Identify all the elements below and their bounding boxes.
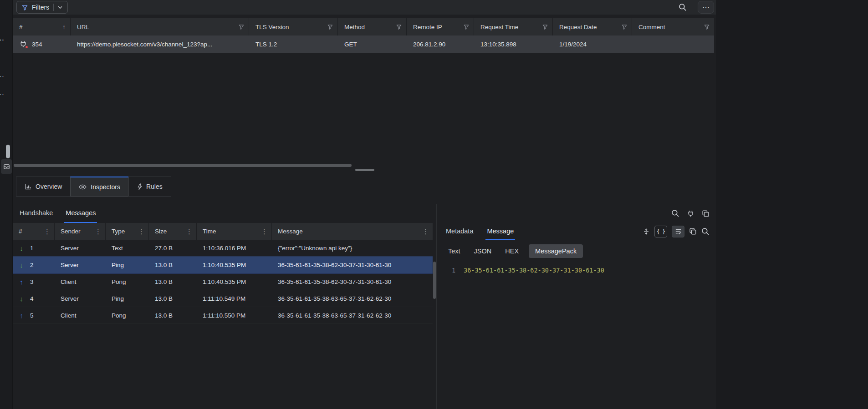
tab-handshake[interactable]: Handshake [18,204,54,223]
message-number: 2 [30,262,34,268]
column-menu-icon[interactable]: ⋮ [138,227,145,236]
divider [53,4,54,11]
search-icon[interactable] [701,227,710,236]
filter-funnel-icon [22,5,28,10]
message-type: Text [106,245,149,252]
tab-text[interactable]: Text [448,247,460,256]
message-number: 3 [30,278,34,285]
message-type: Ping [106,262,149,268]
copy-icon[interactable] [702,210,710,217]
copy-icon[interactable] [689,227,697,235]
column-header-url[interactable]: URL [71,18,249,35]
sort-ascending-icon[interactable]: ↑ [62,23,66,30]
chevron-down-icon[interactable] [58,6,62,9]
column-header-sender[interactable]: Sender ⋮ [55,223,106,240]
filter-icon[interactable] [622,24,627,30]
column-label: Type [112,228,125,235]
message-size: 13.0 B [149,262,197,268]
search-icon[interactable] [671,209,679,217]
column-header-message[interactable]: Message ⋮ [272,223,433,240]
arrow-up-icon: ↑ [19,312,24,319]
tab-hex[interactable]: HEX [505,247,519,256]
message-sender: Server [55,262,106,268]
column-menu-icon[interactable]: ⋮ [186,227,193,236]
column-header-time[interactable]: Time ⋮ [197,223,272,240]
request-row[interactable]: 354 https://demo.piesocket.com/v3/channe… [13,35,714,53]
rail-more-icon[interactable]: ⋯ [0,90,5,99]
column-label: Remote IP [413,24,442,30]
message-time: 1:11:10.550 PM [197,312,272,319]
tab-messagepack[interactable]: MessagePack [529,244,583,258]
column-menu-icon[interactable]: ⋮ [261,227,268,236]
websocket-plug-icon [19,40,27,48]
tab-json[interactable]: JSON [474,247,492,256]
rail-more-icon[interactable]: ⋯ [0,35,5,44]
column-label: Comment [638,24,665,30]
tab-overview[interactable]: Overview [16,177,71,197]
message-row[interactable]: ↑ 3 Client Pong 13.0 B 1:10:40.535 PM 36… [13,273,433,290]
tab-inspectors[interactable]: Inspectors [70,177,129,197]
tab-label: Metadata [446,227,473,235]
message-row-selected[interactable]: ↓ 2 Server Ping 13.0 B 1:10:40.535 PM 36… [13,257,433,273]
tab-label: Message [487,227,514,235]
filter-icon[interactable] [327,24,333,30]
braces-format-button[interactable]: { } [654,226,667,237]
message-time: 1:10:36.016 PM [197,245,272,252]
column-menu-icon[interactable]: ⋮ [422,227,429,236]
message-code-viewer[interactable]: 1 36-35-61-61-35-38-62-30-37-31-30-61-30 [437,262,714,409]
filters-button[interactable]: Filters [16,1,68,14]
column-header-request-date[interactable]: Request Date [553,18,632,35]
column-header-comment[interactable]: Comment [632,18,714,35]
column-header-number[interactable]: # ⋮ [13,223,55,240]
column-header-tls-version[interactable]: TLS Version [249,18,338,35]
request-date: 1/19/2024 [553,41,632,48]
column-label: Method [344,24,365,30]
tray-button[interactable] [1,159,12,174]
word-wrap-button[interactable] [672,226,684,237]
tab-metadata[interactable]: Metadata [444,223,475,240]
message-sender: Server [55,245,106,252]
rail-more-icon[interactable]: ⋯ [0,72,5,81]
filter-icon[interactable] [542,24,548,30]
column-label: Size [155,228,167,235]
column-menu-icon[interactable]: ⋮ [95,227,102,236]
tab-message[interactable]: Message [485,223,515,240]
message-time: 1:10:40.535 PM [197,278,272,285]
code-line: 36-35-61-61-35-38-62-30-37-31-30-61-30 [464,267,604,274]
horizontal-scrollbar[interactable] [14,164,352,167]
message-type: Pong [106,312,149,319]
search-icon[interactable] [679,3,687,11]
filter-icon[interactable] [704,24,710,30]
column-header-request-time[interactable]: Request Time [474,18,553,35]
main-tab-bar: Overview Inspectors Rules [13,177,171,197]
filter-icon[interactable] [239,24,244,30]
vertical-scrollbar[interactable] [433,262,436,299]
tab-rules[interactable]: Rules [128,177,171,197]
lightning-icon [137,183,142,190]
message-row[interactable]: ↓ 4 Server Ping 13.0 B 1:11:10.549 PM 36… [13,290,433,307]
message-row[interactable]: ↓ 1 Server Text 27.0 B 1:10:36.016 PM {"… [13,240,433,257]
pane-divider[interactable] [436,204,437,409]
more-options-button[interactable]: ⋯ [698,1,714,14]
chart-icon [25,183,31,190]
column-header-size[interactable]: Size ⋮ [149,223,197,240]
tab-messages[interactable]: Messages [64,204,97,223]
format-tab-bar: Text JSON HEX MessagePack [437,240,714,262]
column-header-number[interactable]: # ↑ [13,18,71,35]
column-label: Request Time [480,24,518,30]
message-sender: Client [55,312,106,319]
column-header-method[interactable]: Method [338,18,407,35]
column-header-type[interactable]: Type ⋮ [106,223,149,240]
column-menu-icon[interactable]: ⋮ [44,227,51,236]
filter-icon[interactable] [396,24,402,30]
filter-icon[interactable] [464,24,469,30]
column-label: Request Date [559,24,597,30]
rail-scroll-handle[interactable] [6,145,10,158]
collapse-icon[interactable] [643,228,650,235]
column-header-remote-ip[interactable]: Remote IP [407,18,474,35]
message-row[interactable]: ↑ 5 Client Pong 13.0 B 1:11:10.550 PM 36… [13,307,433,324]
splitter-grip[interactable] [355,169,374,171]
column-label: Message [278,228,303,235]
tab-label: Messages [66,209,96,217]
plug-icon[interactable] [687,210,694,217]
